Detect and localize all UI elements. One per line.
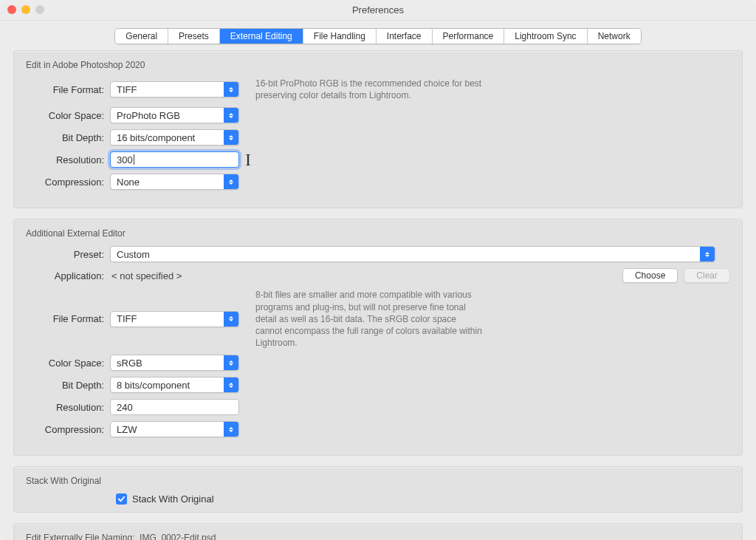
text-caret [134, 154, 134, 165]
hint-text-photoshop: 16-bit ProPhoto RGB is the recommended c… [239, 78, 505, 101]
application-value: < not specified > [110, 270, 182, 281]
label-bit-depth: Bit Depth: [21, 132, 110, 143]
input-resolution[interactable]: 300 [110, 151, 239, 168]
label-file-format: File Format: [21, 84, 110, 95]
tab-interface[interactable]: Interface [377, 29, 433, 44]
tabs-row: General Presets External Editing File Ha… [0, 21, 756, 50]
tab-network[interactable]: Network [588, 29, 641, 44]
chevron-updown-icon [224, 82, 238, 97]
input-resolution-ext[interactable]: 240 [110, 399, 239, 415]
section-title-photoshop: Edit in Adobe Photoshop 2020 [26, 60, 730, 70]
input-value: 240 [117, 402, 133, 413]
label-file-format-ext: File Format: [21, 313, 110, 324]
chevron-updown-icon [224, 174, 238, 189]
tab-lightroom-sync[interactable]: Lightroom Sync [504, 29, 587, 44]
section-photoshop: Edit in Adobe Photoshop 2020 File Format… [13, 50, 743, 208]
select-preset[interactable]: Custom [110, 246, 715, 262]
traffic-lights [7, 5, 44, 14]
select-value: Custom [117, 249, 150, 260]
tab-performance[interactable]: Performance [433, 29, 505, 44]
choose-button[interactable]: Choose [622, 268, 678, 283]
section-title-external: Additional External Editor [26, 228, 730, 239]
checkmark-icon [117, 495, 126, 503]
select-value: 8 bits/component [117, 380, 190, 391]
label-application: Application: [21, 270, 110, 281]
ibeam-cursor-icon: I [245, 150, 251, 170]
hint-text-external: 8-bit files are smaller and more compati… [239, 289, 483, 349]
label-resolution-ext: Resolution: [21, 402, 110, 413]
tab-file-handling[interactable]: File Handling [303, 29, 377, 44]
select-value: 16 bits/component [117, 132, 195, 143]
naming-title-file: IMG_0002-Edit.psd [140, 533, 216, 540]
section-external-editor: Additional External Editor Preset: Custo… [13, 219, 743, 456]
window-title: Preferences [0, 4, 756, 16]
chevron-updown-icon [224, 108, 238, 123]
input-value: 300 [117, 154, 133, 165]
select-file-format[interactable]: TIFF [110, 81, 239, 98]
select-value: sRGB [117, 358, 142, 369]
checkbox-label-stack: Stack With Original [132, 493, 214, 505]
section-title-naming: Edit Externally File Naming: IMG_0002-Ed… [26, 533, 730, 540]
label-color-space: Color Space: [21, 110, 110, 121]
chevron-updown-icon [224, 422, 238, 437]
select-value: LZW [117, 424, 137, 435]
naming-title-prefix: Edit Externally File Naming: [26, 533, 134, 540]
chevron-updown-icon [224, 355, 238, 370]
chevron-updown-icon [700, 247, 715, 262]
tab-external-editing[interactable]: External Editing [220, 29, 303, 44]
label-preset: Preset: [21, 249, 110, 260]
tab-general[interactable]: General [115, 29, 168, 44]
checkbox-stack-with-original[interactable] [116, 493, 127, 505]
chevron-updown-icon [224, 377, 238, 392]
preferences-window: Preferences General Presets External Edi… [0, 0, 756, 540]
select-compression-ext[interactable]: LZW [110, 421, 239, 437]
close-button[interactable] [7, 5, 16, 14]
tabs: General Presets External Editing File Ha… [114, 28, 641, 44]
label-bit-depth-ext: Bit Depth: [21, 380, 110, 391]
select-color-space[interactable]: ProPhoto RGB [110, 107, 239, 123]
chevron-updown-icon [224, 130, 238, 145]
select-value: ProPhoto RGB [117, 110, 180, 121]
select-value: TIFF [117, 313, 137, 324]
select-color-space-ext[interactable]: sRGB [110, 355, 239, 371]
label-compression: Compression: [21, 177, 110, 188]
section-title-stack: Stack With Original [26, 476, 730, 486]
maximize-button [35, 5, 44, 14]
select-file-format-ext[interactable]: TIFF [110, 311, 239, 327]
label-compression-ext: Compression: [21, 424, 110, 435]
minimize-button[interactable] [21, 5, 30, 14]
label-color-space-ext: Color Space: [21, 358, 110, 369]
label-resolution: Resolution: [21, 154, 110, 165]
select-compression[interactable]: None [110, 174, 239, 190]
select-bit-depth-ext[interactable]: 8 bits/component [110, 377, 239, 393]
titlebar: Preferences [0, 0, 756, 21]
select-bit-depth[interactable]: 16 bits/component [110, 129, 239, 146]
section-stack: Stack With Original Stack With Original [13, 466, 743, 513]
chevron-updown-icon [224, 312, 238, 327]
select-value: TIFF [117, 84, 137, 95]
section-naming: Edit Externally File Naming: IMG_0002-Ed… [13, 523, 743, 540]
clear-button: Clear [684, 268, 730, 283]
select-value: None [117, 177, 140, 188]
tab-presets[interactable]: Presets [168, 29, 220, 44]
